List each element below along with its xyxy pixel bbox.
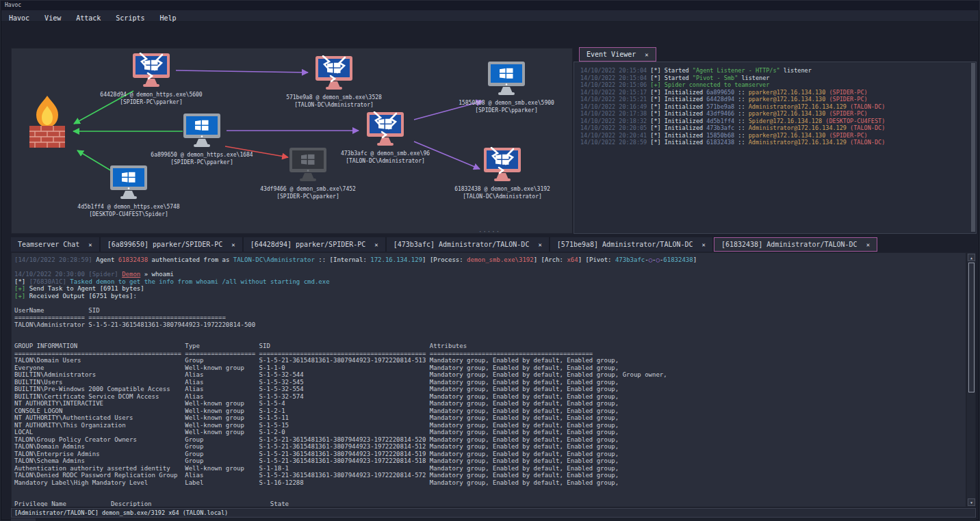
console-line [14,486,966,494]
console-line: [*] [76830A1C] Tasked demon to get the i… [14,278,966,286]
session-graph[interactable]: 64428d94 @ demon_https.exe\5600[SPIDER-P… [11,48,573,234]
scrollbar-thumb[interactable] [971,63,975,232]
event-viewer-tab-label: Event Viewer [586,51,636,58]
close-icon[interactable]: ✕ [374,241,378,248]
console-line: [14/10/2022 20:28:59] Agent 61832438 aut… [14,256,966,264]
event-log-line: 14/10/2022 20:15:06 [+] Spider connected… [580,81,970,89]
console-line [14,328,966,336]
tab-teamserver-chat[interactable]: Teamserver Chat✕ [11,237,101,252]
event-log-line: 14/10/2022 20:15:04 [*] Started "Agent L… [580,67,970,75]
agent-label: 15850b68 @ demon_smb.exe\5900 [428,99,573,107]
console-line: NT AUTHORITY\This Organization Well-know… [14,422,966,429]
console-line [14,299,966,307]
agent-label: 4d5b1ff4 @ demon_https.exe\5748 [50,203,207,211]
event-scrollbar[interactable] [971,63,975,232]
console-line: [+] Send Task to Agent [6911 bytes] [14,285,966,293]
console-line: UserName SID [14,307,966,315]
command-input-row: >>> [11,518,976,521]
agent-label: 61832438 @ demon_smb.exe\3192 [424,185,573,193]
computer-icon [487,61,526,96]
menu-bar: HavocViewAttackScriptsHelp [1,10,979,22]
console-line: BUILTIN\Administrators Alias S-1-5-32-54… [14,371,966,379]
computer-icon [288,147,328,183]
window-titlebar[interactable]: Havoc [1,1,979,10]
console-line [14,494,966,501]
window-title: Havoc [5,2,21,8]
tab-64428d94[interactable]: [64428d94] pparker/SPIDER-PC✕ [244,237,387,252]
event-log-line: 14/10/2022 20:16:49 [*] Initialized 571b… [580,103,970,111]
graph-node-4d5b1ff4[interactable]: 4d5b1ff4 @ demon_https.exe\5748[DESKTOP-… [50,165,207,218]
tab-label: [473b3afc] Administrator/TALON-DC [394,241,530,248]
scrollbar-thumb[interactable] [968,263,975,392]
event-log-line: 14/10/2022 20:15:17 [*] Initialized 6a89… [580,89,970,96]
event-log[interactable]: 14/10/2022 20:15:04 [*] Started "Agent L… [573,62,977,234]
havoc-window: Havoc HavocViewAttackScriptsHelp 64428d9… [0,0,980,521]
tab-label: [6a899650] pparker/SPIDER-PC [107,241,223,248]
agent-label: 64428d94 @ demon_https.exe\5600 [73,91,230,98]
graph-node-43df9466[interactable]: 43df9466 @ demon_smb.exe\7452[SPIDER-PC\… [229,147,387,200]
tab-label: [571be9a8] Administrator/TALON-DC [557,241,693,248]
tab-473b3afc[interactable]: [473b3afc] Administrator/TALON-DC✕ [387,237,550,252]
computer-icon [109,165,149,200]
console-line: TALON\Denied RODC Password Replication G… [14,472,966,479]
close-icon[interactable]: ✕ [88,241,92,248]
console-line: CONSOLE LOGON Well-known group S-1-2-1 M… [14,408,966,415]
agent-host-label: [SPIDER-PC\pparker] [73,98,230,106]
close-icon[interactable]: ✕ [702,241,706,248]
tab-6a899650[interactable]: [6a899650] pparker/SPIDER-PC✕ [101,237,244,252]
console-line: Privilege Name Description State [14,500,966,507]
computer-icon [182,113,222,148]
console-line: TALON\Enterprise Admins Group S-1-5-21-3… [14,451,966,458]
console-line: GROUP INFORMATION Type SID Attributes [14,343,966,350]
tab-label: [64428d94] pparker/SPIDER-PC [250,241,366,248]
tab-61832438[interactable]: [61832438] Administrator/TALON-DC✕ [714,237,877,252]
event-log-line: 14/10/2022 20:20:05 [*] Initialized 473b… [580,124,970,132]
computer-icon [131,53,171,88]
tab-571be9a8[interactable]: [571be9a8] Administrator/TALON-DC✕ [550,237,714,252]
console-line: [+] Received Output [6751 bytes]: [14,293,966,300]
agent-label: 43df9466 @ demon_smb.exe\7452 [229,185,387,193]
close-icon[interactable]: ✕ [866,241,870,248]
tab-label: [61832438] Administrator/TALON-DC [721,241,858,248]
graph-node-15850b68[interactable]: 15850b68 @ demon_smb.exe\5900[SPIDER-PC\… [428,61,573,114]
event-log-line: 14/10/2022 20:28:59 [*] Initialized 6183… [580,139,970,146]
console-line: NT AUTHORITY\Authenticated Users Well-kn… [14,414,966,422]
console-line: NT AUTHORITY\INTERACTIVE Well-known grou… [14,400,966,408]
console-line [14,336,966,343]
event-log-line: 14/10/2022 20:15:21 [*] Initialized 6442… [580,96,970,103]
graph-node-64428d94[interactable]: 64428d94 @ demon_https.exe\5600[SPIDER-P… [73,53,230,106]
main-content: 64428d94 @ demon_https.exe\5600[SPIDER-P… [1,22,979,520]
firewall-icon [27,94,67,149]
console-line [14,264,966,271]
event-log-line: 14/10/2022 20:15:04 [*] Started "Pivot -… [580,75,970,82]
event-log-line: 14/10/2022 20:17:38 [*] Initialized 43df… [580,110,970,118]
event-viewer-panel: Event Viewer ✕ 14/10/2022 20:15:04 [*] S… [573,46,977,234]
graph-node-61832438[interactable]: 61832438 @ demon_smb.exe\3192[TALON-DC\A… [424,147,573,200]
graph-node-571be9a8[interactable]: 571be9a8 @ demon_smb.exe\3528[TALON-DC\A… [255,55,413,109]
tab-label: Teamserver Chat [18,241,79,248]
console-line: TALON\Domain Admins Group S-1-5-21-36154… [14,443,966,451]
computer-icon [482,147,522,183]
agent-host-label: [DESKTOP-CU4FEST\Spider] [50,211,207,218]
console-line: =================== ====================… [14,314,966,321]
console-line: TALON\Group Policy Creator Owners Group … [14,436,966,444]
computer-icon [314,55,354,91]
event-log-line: 14/10/2022 20:18:32 [*] Initialized 4d5b… [580,118,970,125]
agent-host-label: [TALON-DC\Administrator] [424,193,573,200]
close-icon[interactable]: ✕ [231,241,235,248]
console-line: LOCAL Well-known group S-1-2-0 Mandatory… [14,429,966,436]
scroll-down-icon[interactable]: ▼ [968,498,975,506]
splitter-handle-icon[interactable]: ····· [478,229,500,235]
close-icon[interactable]: ✕ [645,51,648,58]
scroll-up-icon[interactable]: ▲ [968,254,975,261]
agent-status-bar: [Administrator/TALON-DC] demon_smb.exe/3… [11,508,976,518]
console-scrollbar[interactable]: ▲ ▼ [966,252,976,507]
console-line: Authentication authority asserted identi… [14,465,966,472]
close-icon[interactable]: ✕ [538,241,541,248]
agent-host-label: [SPIDER-PC\pparker] [229,193,387,200]
command-input[interactable] [36,518,976,521]
console-output[interactable]: [14/10/2022 20:28:59] Agent 61832438 aut… [11,252,966,507]
prompt-label: >>> [11,518,36,521]
tab-event-viewer[interactable]: Event Viewer ✕ [579,47,656,62]
console-line: TALON\Domain Users Group S-1-5-21-361548… [14,357,966,364]
